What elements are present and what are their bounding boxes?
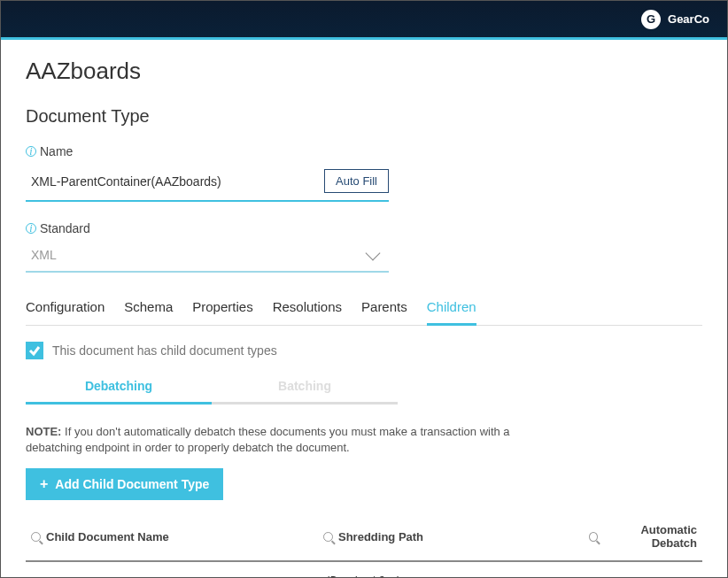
standard-field-group: i Standard XML	[26, 221, 389, 273]
tab-configuration[interactable]: Configuration	[26, 292, 105, 326]
tab-schema[interactable]: Schema	[124, 292, 173, 326]
add-button-label: Add Child Document Type	[55, 477, 209, 491]
standard-label-text: Standard	[40, 221, 90, 235]
plus-icon: +	[40, 477, 48, 491]
standard-value: XML	[31, 248, 57, 262]
standard-select[interactable]: XML	[26, 241, 389, 273]
tabs: Configuration Schema Properties Resoluti…	[26, 292, 702, 326]
page-title: AAZboards	[26, 58, 702, 85]
subtab-batching: Batching	[212, 372, 398, 405]
search-icon	[323, 532, 333, 542]
col-header-auto[interactable]: Automatic Debatch	[589, 523, 697, 550]
avatar[interactable]: G	[641, 10, 661, 29]
cell-path: /ProductOrder	[323, 574, 589, 578]
subtab-debatching[interactable]: Debatching	[26, 372, 212, 405]
check-icon	[28, 344, 41, 357]
tab-resolutions[interactable]: Resolutions	[273, 292, 342, 326]
name-field-group: i Name Auto Fill	[26, 144, 389, 202]
name-label-text: Name	[40, 144, 73, 158]
auto-fill-button[interactable]: Auto Fill	[324, 169, 389, 193]
top-bar: G GearCo	[1, 1, 727, 40]
note: NOTE: If you don't automatically debatch…	[26, 424, 522, 456]
tab-parents[interactable]: Parents	[361, 292, 407, 326]
tab-properties[interactable]: Properties	[192, 292, 252, 326]
search-icon	[589, 532, 598, 542]
child-table: Child Document Name Shredding Path Autom…	[26, 512, 702, 578]
chevron-down-icon	[366, 246, 381, 261]
cell-auto: ✓	[589, 573, 697, 578]
subtabs: Debatching Batching	[26, 372, 398, 405]
col-header-name[interactable]: Child Document Name	[31, 530, 323, 543]
child-checkbox[interactable]	[26, 342, 43, 359]
note-text: If you don't automatically debatch these…	[26, 425, 510, 454]
tab-children[interactable]: Children	[427, 292, 476, 326]
check-icon: ✓	[685, 573, 697, 578]
child-checkbox-label: This document has child document types	[52, 343, 277, 358]
table-header-row: Child Document Name Shredding Path Autom…	[26, 512, 702, 562]
section-title: Document Type	[26, 106, 702, 127]
info-icon[interactable]: i	[26, 146, 36, 157]
search-icon	[31, 532, 41, 542]
standard-label: i Standard	[26, 221, 389, 235]
table-row[interactable]: XML-ProductOrder(AAZboards) /ProductOrde…	[26, 562, 702, 578]
info-icon[interactable]: i	[26, 223, 36, 234]
cell-name: XML-ProductOrder(AAZboards)	[31, 574, 323, 578]
col-header-path[interactable]: Shredding Path	[323, 530, 589, 543]
name-field-row: Auto Fill	[26, 164, 389, 202]
name-label: i Name	[26, 144, 389, 158]
child-checkbox-row: This document has child document types	[26, 342, 702, 359]
username[interactable]: GearCo	[668, 12, 709, 26]
note-prefix: NOTE:	[26, 425, 61, 438]
page-body: AAZboards Document Type i Name Auto Fill…	[1, 40, 727, 578]
add-child-document-type-button[interactable]: + Add Child Document Type	[26, 468, 223, 500]
name-input[interactable]	[26, 171, 324, 192]
